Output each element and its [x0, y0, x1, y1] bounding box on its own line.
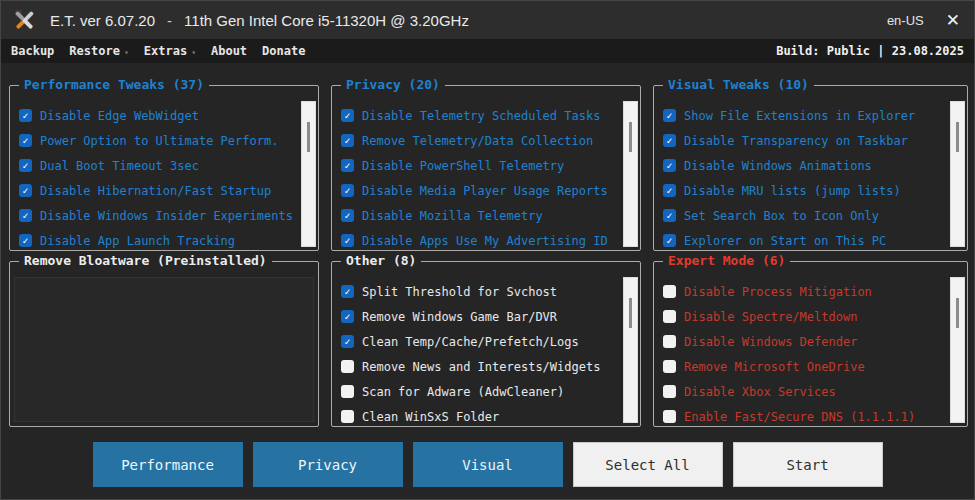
checkbox-label[interactable]: Disable Edge WebWidget	[40, 109, 199, 123]
checkbox[interactable]	[663, 410, 676, 423]
tweak-checkbox-row[interactable]: ✓ Disable Edge WebWidget	[19, 103, 318, 128]
checkbox-label[interactable]: Remove Telemetry/Data Collection	[362, 134, 593, 148]
tweak-checkbox-row[interactable]: ✓ Disable Mozilla Telemetry	[341, 203, 640, 228]
checkbox[interactable]	[663, 335, 676, 348]
checkbox[interactable]: ✓	[341, 234, 354, 247]
checkbox[interactable]: ✓	[19, 109, 32, 122]
tweak-checkbox-row[interactable]: Enable Fast/Secure DNS (1.1.1.1)	[663, 404, 967, 429]
checkbox-label[interactable]: Disable Windows Animations	[684, 159, 872, 173]
tweak-checkbox-row[interactable]: Scan for Adware (AdwCleaner)	[341, 379, 640, 404]
tweak-checkbox-row[interactable]: Disable Process Mitigation	[663, 279, 967, 304]
tweak-checkbox-row[interactable]: ✓ Disable Media Player Usage Reports	[341, 178, 640, 203]
scrollbar[interactable]	[950, 277, 965, 423]
language-selector[interactable]: en-US	[887, 13, 924, 28]
scrollbar-thumb[interactable]	[629, 122, 632, 152]
tweak-checkbox-row[interactable]: ✓ Disable Windows Insider Experiments	[19, 203, 318, 228]
menu-item-backup[interactable]: Backup	[11, 44, 54, 58]
checkbox-label[interactable]: Scan for Adware (AdwCleaner)	[362, 385, 564, 399]
checkbox[interactable]: ✓	[663, 209, 676, 222]
checkbox[interactable]: ✓	[19, 209, 32, 222]
tweak-checkbox-row[interactable]: ✓ Disable Transparency on Taskbar	[663, 128, 967, 153]
checkbox[interactable]	[663, 360, 676, 373]
checkbox-label[interactable]: Disable MRU lists (jump lists)	[684, 184, 901, 198]
checkbox-label[interactable]: Dual Boot Timeout 3sec	[40, 159, 199, 173]
checkbox-label[interactable]: Remove Microsoft OneDrive	[684, 360, 865, 374]
visual-button[interactable]: Visual	[413, 442, 563, 487]
tweak-checkbox-row[interactable]: ✓ Disable Apps Use My Advertising ID	[341, 228, 640, 253]
tweak-checkbox-row[interactable]: ✓ Split Threshold for Svchost	[341, 279, 640, 304]
checkbox-label[interactable]: Clean WinSxS Folder	[362, 410, 499, 424]
tweak-checkbox-row[interactable]: ✓ Dual Boot Timeout 3sec	[19, 153, 318, 178]
checkbox-label[interactable]: Disable Windows Insider Experiments	[40, 209, 293, 223]
scrollbar[interactable]	[301, 101, 316, 247]
checkbox[interactable]: ✓	[663, 234, 676, 247]
tweak-checkbox-row[interactable]: ✓ Disable Windows Animations	[663, 153, 967, 178]
checkbox[interactable]: ✓	[19, 234, 32, 247]
checkbox-label[interactable]: Disable Process Mitigation	[684, 285, 872, 299]
checkbox[interactable]: ✓	[341, 109, 354, 122]
tweak-checkbox-row[interactable]: Remove Microsoft OneDrive	[663, 354, 967, 379]
close-icon[interactable]: ✕	[946, 12, 960, 29]
checkbox[interactable]	[663, 385, 676, 398]
menu-item-donate[interactable]: Donate	[262, 44, 305, 58]
checkbox[interactable]: ✓	[341, 310, 354, 323]
tweak-checkbox-row[interactable]: ✓ Disable MRU lists (jump lists)	[663, 178, 967, 203]
tweak-checkbox-row[interactable]: Disable Xbox Services	[663, 379, 967, 404]
tweak-checkbox-row[interactable]: ✓ Show File Extensions in Explorer	[663, 103, 967, 128]
start-button[interactable]: Start	[733, 442, 883, 487]
checkbox[interactable]	[341, 360, 354, 373]
checkbox[interactable]: ✓	[341, 209, 354, 222]
tweak-checkbox-row[interactable]: Disable Spectre/Meltdown	[663, 304, 967, 329]
checkbox-label[interactable]: Enable Fast/Secure DNS (1.1.1.1)	[684, 410, 915, 424]
select-all-button[interactable]: Select All	[573, 442, 723, 487]
checkbox[interactable]: ✓	[663, 134, 676, 147]
tweak-checkbox-row[interactable]: ✓ Clean Temp/Cache/Prefetch/Logs	[341, 329, 640, 354]
checkbox-label[interactable]: Disable Apps Use My Advertising ID	[362, 234, 608, 248]
checkbox[interactable]: ✓	[19, 159, 32, 172]
bloatware-listbox[interactable]	[14, 277, 314, 422]
tweak-checkbox-row[interactable]: Clean WinSxS Folder	[341, 404, 640, 429]
scrollbar-thumb[interactable]	[956, 122, 959, 152]
checkbox-label[interactable]: Show File Extensions in Explorer	[684, 109, 915, 123]
checkbox-label[interactable]: Split Threshold for Svchost	[362, 285, 557, 299]
scrollbar-thumb[interactable]	[629, 298, 632, 328]
tweak-checkbox-row[interactable]: ✓ Power Option to Ultimate Perform.	[19, 128, 318, 153]
scrollbar[interactable]	[623, 101, 638, 247]
tweak-checkbox-row[interactable]: ✓ Disable Telemetry Scheduled Tasks	[341, 103, 640, 128]
scrollbar-thumb[interactable]	[956, 298, 959, 328]
scrollbar[interactable]	[950, 101, 965, 247]
checkbox[interactable]: ✓	[19, 134, 32, 147]
checkbox-label[interactable]: Disable Windows Defender	[684, 335, 857, 349]
checkbox-label[interactable]: Remove News and Interests/Widgets	[362, 360, 600, 374]
menu-item-extras[interactable]: Extras ▾	[144, 44, 196, 58]
menu-item-restore[interactable]: Restore ▾	[69, 44, 128, 58]
checkbox[interactable]	[663, 285, 676, 298]
checkbox[interactable]: ✓	[341, 184, 354, 197]
checkbox[interactable]: ✓	[663, 109, 676, 122]
checkbox-label[interactable]: Set Search Box to Icon Only	[684, 209, 879, 223]
checkbox-label[interactable]: Remove Windows Game Bar/DVR	[362, 310, 557, 324]
checkbox-label[interactable]: Disable PowerShell Telemetry	[362, 159, 564, 173]
checkbox[interactable]: ✓	[341, 159, 354, 172]
checkbox-label[interactable]: Explorer on Start on This PC	[684, 234, 886, 248]
privacy-button[interactable]: Privacy	[253, 442, 403, 487]
checkbox[interactable]: ✓	[341, 285, 354, 298]
tweak-checkbox-row[interactable]: ✓ Disable PowerShell Telemetry	[341, 153, 640, 178]
tweak-checkbox-row[interactable]: Disable Windows Defender	[663, 329, 967, 354]
checkbox[interactable]: ✓	[663, 159, 676, 172]
tweak-checkbox-row[interactable]: ✓ Remove Telemetry/Data Collection	[341, 128, 640, 153]
tweak-checkbox-row[interactable]: ✓ Disable Hibernation/Fast Startup	[19, 178, 318, 203]
checkbox-label[interactable]: Disable Transparency on Taskbar	[684, 134, 908, 148]
checkbox[interactable]: ✓	[341, 335, 354, 348]
checkbox-label[interactable]: Disable Xbox Services	[684, 385, 836, 399]
checkbox[interactable]	[341, 385, 354, 398]
menu-item-about[interactable]: About	[211, 44, 247, 58]
checkbox[interactable]	[663, 310, 676, 323]
checkbox[interactable]: ✓	[341, 134, 354, 147]
checkbox-label[interactable]: Disable Telemetry Scheduled Tasks	[362, 109, 600, 123]
tweak-checkbox-row[interactable]: ✓ Explorer on Start on This PC	[663, 228, 967, 253]
tweak-checkbox-row[interactable]: Remove News and Interests/Widgets	[341, 354, 640, 379]
checkbox[interactable]: ✓	[663, 184, 676, 197]
tweak-checkbox-row[interactable]: ✓ Remove Windows Game Bar/DVR	[341, 304, 640, 329]
scrollbar[interactable]	[623, 277, 638, 423]
